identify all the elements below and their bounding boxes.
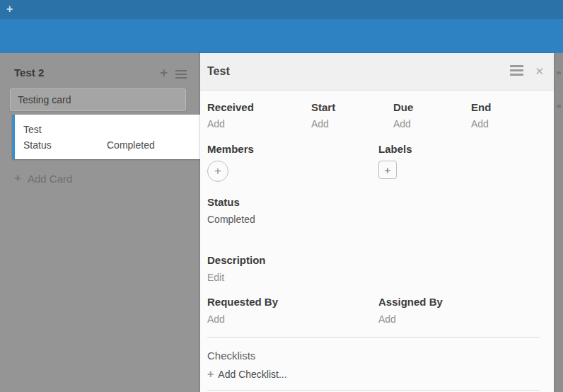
status-value[interactable]: Completed [207, 214, 255, 225]
start-add-link[interactable]: Add [311, 118, 393, 129]
description-edit-link[interactable]: Edit [207, 272, 266, 283]
end-add-link[interactable]: Add [471, 118, 542, 129]
add-label-button[interactable]: + [378, 161, 397, 179]
card-details-header: Test ✕ [200, 53, 554, 91]
card-details-panel: Test ✕ Received Add Start Add Due Add En… [200, 53, 554, 392]
add-member-button[interactable]: + [207, 161, 228, 182]
add-card-label: Add Card [28, 173, 72, 185]
due-add-link[interactable]: Add [393, 118, 471, 129]
checklists-section: Checklists + Add Checklist... [207, 350, 287, 381]
received-label: Received [207, 101, 311, 113]
assigned-by-add-link[interactable]: Add [378, 313, 550, 325]
start-label: Start [311, 101, 393, 113]
received-add-link[interactable]: Add [207, 118, 311, 129]
plus-icon: + [207, 368, 214, 381]
divider [207, 337, 540, 338]
add-checklist-label: Add Checklist... [218, 369, 286, 380]
board-header-bar [0, 19, 563, 53]
checklists-label: Checklists [207, 350, 287, 362]
minicard-testing-card[interactable]: Testing card [10, 88, 186, 111]
list-title[interactable]: Test 2 [14, 67, 44, 79]
clipped-list-icon [557, 71, 561, 74]
card-menu-icon[interactable] [510, 65, 523, 78]
board-canvas: Test 2 + Testing card Test Status Comple… [0, 53, 563, 392]
plus-icon: + [385, 164, 391, 176]
end-label: End [471, 101, 542, 113]
list-add-card-icon[interactable]: + [160, 65, 168, 81]
minicard-field-label: Status [23, 137, 107, 153]
minicard-test-selected[interactable]: Test Status Completed [12, 115, 200, 159]
status-section: Status Completed [207, 196, 255, 225]
card-title[interactable]: Test [207, 65, 510, 78]
divider [207, 390, 540, 391]
minicard-title: Test [23, 122, 200, 137]
description-section: Description Edit [207, 254, 266, 283]
requested-by-label: Requested By [207, 296, 378, 308]
plus-icon: + [14, 171, 21, 185]
assigned-by-label: Assigned By [378, 296, 550, 308]
list-menu-icon[interactable] [175, 70, 187, 81]
top-navbar: + [0, 0, 563, 19]
board-right-strip [554, 53, 563, 392]
plus-icon: + [214, 164, 221, 178]
requested-assigned-section: Requested By Add Assigned By Add [207, 296, 550, 325]
members-label: Members [207, 143, 378, 155]
due-label: Due [393, 101, 471, 113]
dates-section: Received Add Start Add Due Add End Add [207, 101, 542, 129]
add-card-button[interactable]: + Add Card [14, 171, 72, 185]
add-board-icon[interactable]: + [6, 2, 13, 16]
status-label: Status [207, 196, 255, 208]
description-label: Description [207, 254, 266, 266]
minicard-field-value: Completed [107, 137, 155, 153]
members-labels-section: Members + Labels + [207, 143, 550, 182]
clipped-list-icon [557, 105, 561, 108]
close-icon[interactable]: ✕ [535, 65, 544, 78]
labels-label: Labels [378, 143, 550, 155]
add-checklist-button[interactable]: + Add Checklist... [207, 368, 287, 381]
requested-by-add-link[interactable]: Add [207, 313, 378, 325]
